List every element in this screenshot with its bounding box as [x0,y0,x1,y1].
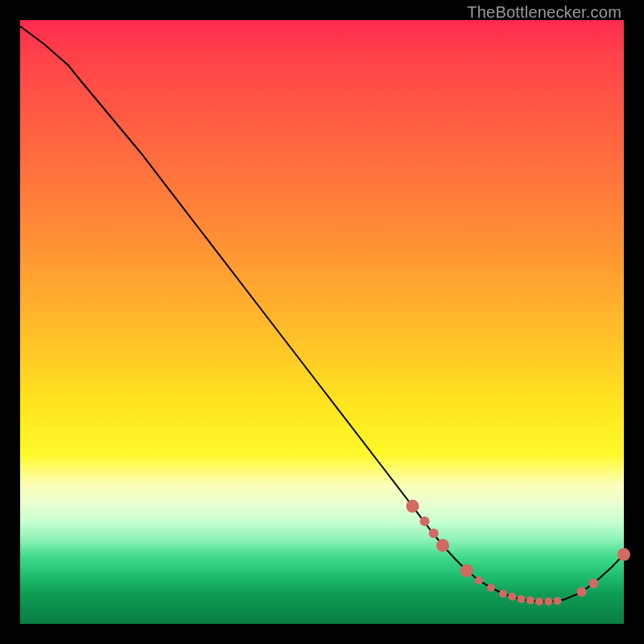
data-point [407,500,419,513]
bottleneck-curve [20,27,624,602]
chart-stage: TheBottlenecker.com [0,0,644,644]
data-point [436,539,449,552]
highlight-points [407,500,631,606]
data-point [475,576,483,584]
data-point [518,595,526,603]
data-point [544,597,552,605]
curve-layer [20,20,624,624]
data-point [526,597,535,605]
data-point [554,597,562,605]
data-point [535,597,543,605]
data-point [429,529,439,539]
data-point [589,579,599,588]
data-point [460,564,473,577]
data-point [577,587,587,597]
data-point [499,590,507,598]
data-point [487,584,495,592]
watermark-text: TheBottlenecker.com [467,3,621,22]
data-point [508,592,516,601]
data-point [617,548,630,561]
data-point [420,517,430,526]
plot-area [20,20,624,624]
